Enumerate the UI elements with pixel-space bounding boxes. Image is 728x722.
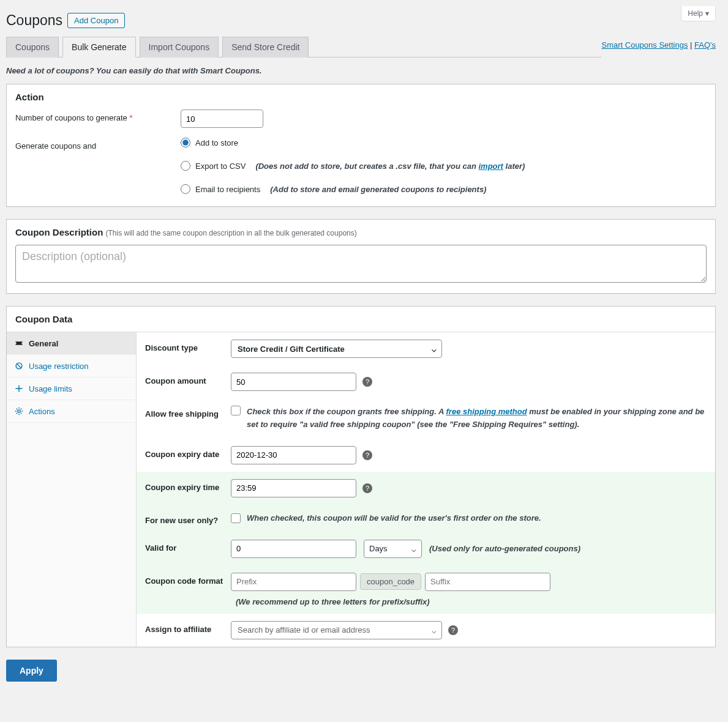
help-tip-icon[interactable]: ? (448, 625, 458, 635)
coupon-data-pane: Discount type Store Credit / Gift Certif… (137, 332, 715, 647)
free-shipping-method-link[interactable]: free shipping method (446, 407, 527, 416)
coupon-description-hint: (This will add the same coupon descripti… (106, 229, 357, 237)
generate-coupons-label: Generate coupons and (15, 138, 181, 151)
radio-add-to-store-label: Add to store (195, 138, 238, 147)
radio-add-to-store-input[interactable] (181, 138, 190, 147)
action-title: Action (7, 84, 715, 110)
valid-for-label: Valid for (145, 540, 231, 553)
coupon-amount-input[interactable] (231, 373, 356, 391)
coupon-data-tabs: General Usage restriction Usage limits (7, 332, 137, 647)
radio-export-csv-input[interactable] (181, 161, 190, 171)
help-tip-icon[interactable]: ? (362, 450, 372, 460)
move-icon (14, 384, 24, 393)
coupon-code-format-label: Coupon code format (145, 573, 231, 586)
new-user-only-checkbox[interactable] (231, 513, 241, 523)
assign-affiliate-label: Assign to affiliate (145, 621, 231, 634)
radio-email-recipients-label: Email to recipients (195, 185, 260, 194)
discount-type-label: Discount type (145, 340, 231, 352)
gear-icon (14, 406, 24, 416)
coupon-description-box: Coupon Description (This will add the sa… (6, 219, 716, 294)
help-label: Help (688, 9, 703, 18)
cd-tab-general[interactable]: General (7, 332, 136, 355)
coupon-expiry-date-input[interactable] (231, 446, 356, 464)
assign-affiliate-select[interactable]: Search by affiliate id or email address … (231, 621, 442, 639)
coupon-suffix-input[interactable] (425, 573, 550, 591)
page-title: Coupons (6, 12, 62, 29)
import-link[interactable]: import (478, 162, 503, 171)
radio-email-recipients-input[interactable] (181, 184, 190, 194)
action-box: Action Number of coupons to generate * G… (6, 84, 716, 207)
nav-tabs: Coupons Bulk Generate Import Coupons Sen… (6, 36, 601, 58)
tab-bulk-generate[interactable]: Bulk Generate (62, 37, 136, 58)
tab-send-store-credit[interactable]: Send Store Credit (222, 37, 309, 58)
coupon-expiry-time-input[interactable] (231, 479, 356, 497)
chevron-down-icon: ▾ (705, 9, 709, 18)
radio-export-csv[interactable]: Export to CSV (Does not add to store, bu… (181, 161, 707, 171)
coupon-data-box: Coupon Data General Usage restriction (6, 306, 716, 647)
svg-point-2 (18, 410, 20, 412)
email-recipients-hint: (Add to store and email generated coupon… (270, 185, 486, 194)
chevron-down-icon: ⌵ (432, 344, 437, 354)
link-separator: | (688, 40, 694, 50)
new-user-only-desc: When checked, this coupon will be valid … (247, 512, 541, 525)
tab-import-coupons[interactable]: Import Coupons (140, 37, 219, 58)
coupon-code-format-hint: (We recommend up to three letters for pr… (236, 597, 430, 606)
faqs-link[interactable]: FAQ's (694, 40, 716, 50)
radio-export-csv-label: Export to CSV (195, 162, 246, 171)
chevron-down-icon: ⌵ (432, 625, 437, 635)
coupon-amount-label: Coupon amount (145, 373, 231, 385)
smart-coupons-settings-link[interactable]: Smart Coupons Settings (601, 40, 688, 50)
cd-tab-usage-limits[interactable]: Usage limits (7, 378, 136, 400)
subtitle: Need a lot of coupons? You can easily do… (6, 66, 716, 75)
coupon-code-chip: coupon_code (360, 573, 421, 590)
coupon-description-title: Coupon Description (This will add the sa… (7, 220, 715, 245)
apply-button[interactable]: Apply (6, 660, 57, 682)
add-coupon-button[interactable]: Add Coupon (67, 13, 125, 28)
chevron-down-icon: ⌵ (411, 544, 416, 553)
cd-tab-usage-restriction[interactable]: Usage restriction (7, 355, 136, 378)
valid-for-hint: (Used only for auto-generated coupons) (429, 544, 580, 553)
help-tip-icon[interactable]: ? (362, 377, 372, 387)
number-of-coupons-label: Number of coupons to generate * (15, 110, 181, 122)
svg-line-1 (17, 364, 21, 368)
help-tab[interactable]: Help ▾ (681, 6, 716, 21)
valid-for-unit-select[interactable]: Days ⌵ (364, 540, 422, 558)
allow-free-shipping-label: Allow free shipping (145, 406, 231, 419)
allow-free-shipping-checkbox[interactable] (231, 406, 241, 415)
coupon-expiry-time-label: Coupon expiry time (145, 479, 231, 492)
coupon-data-title: Coupon Data (7, 307, 715, 332)
help-tip-icon[interactable]: ? (362, 483, 372, 493)
allow-free-shipping-desc: Check this box if the coupon grants free… (247, 406, 707, 431)
coupon-prefix-input[interactable] (231, 573, 356, 591)
radio-add-to-store[interactable]: Add to store (181, 138, 707, 147)
valid-for-input[interactable] (231, 540, 356, 558)
radio-email-recipients[interactable]: Email to recipients (Add to store and em… (181, 184, 707, 194)
discount-type-select[interactable]: Store Credit / Gift Certificate ⌵ (231, 340, 442, 358)
ticket-icon (14, 338, 24, 348)
new-user-only-label: For new user only? (145, 512, 231, 525)
coupon-description-textarea[interactable] (15, 245, 707, 283)
export-csv-hint: (Does not add to store, but creates a .c… (255, 162, 525, 171)
number-of-coupons-input[interactable] (181, 110, 263, 128)
coupon-expiry-date-label: Coupon expiry date (145, 446, 231, 459)
cd-tab-actions[interactable]: Actions (7, 400, 136, 423)
right-links: Smart Coupons Settings | FAQ's (601, 40, 716, 53)
ban-icon (14, 361, 24, 371)
tab-coupons[interactable]: Coupons (6, 37, 59, 58)
